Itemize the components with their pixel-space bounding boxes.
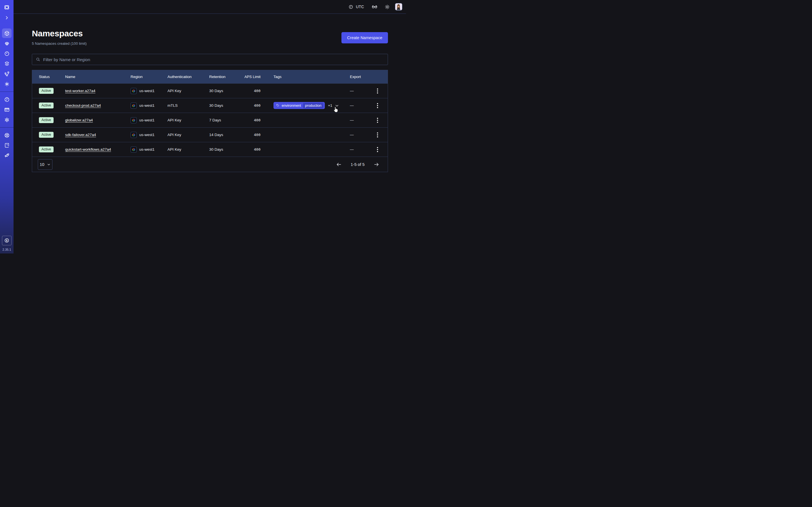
table-header: Status Name Region Authentication Retent…: [32, 70, 388, 83]
export-value: —: [350, 103, 354, 108]
app-version: 2.35.1: [3, 248, 11, 251]
namespace-link[interactable]: globalizer.a27a4: [65, 118, 93, 122]
tag-value: production: [303, 103, 323, 108]
sidebar-item-getting-started-rocket-icon[interactable]: [2, 151, 11, 161]
topbar: UTC: [13, 0, 406, 14]
col-name: Name: [65, 75, 131, 79]
col-aps-limit: APS Limit: [241, 75, 266, 79]
svg-text:$: $: [6, 239, 8, 242]
status-badge: Active: [39, 132, 54, 138]
sidebar-item-insights-radar-icon[interactable]: [2, 38, 11, 48]
status-badge: Active: [39, 147, 54, 152]
tag-pill[interactable]: environment production: [273, 102, 325, 109]
region-label: us-west1: [139, 118, 154, 122]
region-label: us-west1: [139, 147, 154, 152]
plan-dollar-badge-icon[interactable]: $: [2, 236, 11, 245]
page-size-value: 10: [40, 162, 45, 167]
sidebar-item-asterisk-icon[interactable]: [2, 79, 11, 89]
timezone-selector[interactable]: UTC: [349, 4, 364, 9]
temporal-logo[interactable]: [2, 3, 11, 12]
sidebar-expand-chevron-icon[interactable]: [2, 13, 11, 22]
status-badge: Active: [39, 117, 54, 123]
sidebar-item-history-timer-icon[interactable]: [2, 48, 11, 59]
tag-key: environment: [282, 104, 301, 108]
region-label: us-west1: [139, 89, 154, 93]
page-title: Namespaces: [32, 29, 83, 38]
gcp-region-icon: [131, 88, 137, 94]
retention-label: 30 Days: [209, 147, 241, 152]
sidebar-item-usage-gauge-icon[interactable]: [2, 94, 11, 105]
status-badge: Active: [39, 88, 54, 94]
namespace-link[interactable]: test-worker.a27a4: [65, 89, 95, 93]
sidebar-item-support-lifebuoy-icon[interactable]: [2, 130, 11, 140]
kebab-menu-icon[interactable]: [376, 131, 379, 138]
arrow-left-icon[interactable]: [336, 162, 342, 167]
tags-cell: environment production +1: [266, 102, 348, 109]
main-content: Namespaces 5 Namespaces created (100 lim…: [13, 14, 406, 253]
region-label: us-west1: [139, 103, 154, 108]
auth-label: API Key: [167, 133, 209, 137]
timezone-label: UTC: [356, 4, 364, 9]
filter-input[interactable]: [43, 57, 384, 62]
auth-label: API Key: [167, 89, 209, 93]
col-export: Export: [348, 75, 388, 79]
export-value: —: [350, 147, 354, 152]
table-row: Active globalizer.a27a4 us-west1 API Key…: [32, 113, 388, 127]
status-badge: Active: [39, 103, 54, 108]
sidebar-item-settings-gear-icon[interactable]: [2, 115, 11, 125]
table-row: Active checkout-prod.a27a4 us-west1 mTLS…: [32, 98, 388, 113]
tags-more-count: +1: [328, 103, 332, 108]
namespace-link[interactable]: quickstart-workflows.a27a4: [65, 147, 111, 152]
sidebar-item-layers-stack-icon[interactable]: [2, 59, 11, 69]
col-status: Status: [32, 75, 65, 79]
sidebar-item-billing-card-icon[interactable]: [2, 105, 11, 115]
sidebar-nav: [0, 28, 13, 161]
auth-label: API Key: [167, 118, 209, 122]
kebab-menu-icon[interactable]: [376, 102, 379, 109]
arrow-right-icon[interactable]: [373, 162, 379, 167]
table-row: Active test-worker.a27a4 us-west1 API Ke…: [32, 83, 388, 98]
avatar[interactable]: [395, 3, 402, 10]
search-icon: [36, 57, 40, 62]
chevron-down-icon[interactable]: [335, 104, 339, 108]
col-retention: Retention: [209, 75, 241, 79]
aps-limit-value: 400: [241, 133, 266, 137]
namespace-link[interactable]: sdk-failover.a27a4: [65, 133, 96, 137]
create-namespace-button[interactable]: Create Namespace: [342, 32, 388, 43]
page-size-select[interactable]: 10: [38, 159, 52, 170]
kebab-menu-icon[interactable]: [376, 117, 379, 124]
table-row: Active sdk-failover.a27a4 us-west1 API K…: [32, 127, 388, 142]
kebab-menu-icon[interactable]: [376, 87, 379, 95]
gcp-region-icon: [131, 117, 137, 123]
region-label: us-west1: [139, 133, 154, 137]
theme-sun-icon[interactable]: [385, 4, 390, 10]
retention-label: 14 Days: [209, 133, 241, 137]
col-region: Region: [131, 75, 167, 79]
sidebar-item-docs-book-icon[interactable]: [2, 140, 11, 151]
gcp-region-icon: [131, 147, 137, 153]
aps-limit-value: 400: [241, 89, 266, 93]
filter-bar[interactable]: [32, 54, 388, 65]
export-value: —: [350, 118, 354, 122]
auth-label: mTLS: [167, 103, 209, 108]
table-footer: 10 1-5 of 5: [32, 157, 388, 172]
namespaces-table: Status Name Region Authentication Retent…: [32, 70, 388, 172]
aps-limit-value: 400: [241, 147, 266, 152]
clock-icon: [349, 4, 353, 9]
sidebar-item-namespaces[interactable]: [2, 29, 11, 38]
tag-icon: [276, 104, 280, 107]
page-subtitle: 5 Namespaces created (100 limit): [32, 41, 87, 46]
pagination-range: 1-5 of 5: [351, 162, 364, 167]
pagination: 1-5 of 5: [336, 162, 379, 167]
kebab-menu-icon[interactable]: [376, 146, 379, 153]
sidebar: $ 2.35.1: [0, 0, 13, 253]
gcp-region-icon: [131, 132, 137, 138]
retention-label: 7 Days: [209, 118, 241, 122]
export-value: —: [350, 89, 354, 93]
chevron-down-icon: [47, 163, 50, 166]
sidebar-item-workflow-branch-icon[interactable]: [2, 69, 11, 79]
glasses-icon[interactable]: [371, 4, 378, 10]
retention-label: 30 Days: [209, 103, 241, 108]
retention-label: 30 Days: [209, 89, 241, 93]
namespace-link[interactable]: checkout-prod.a27a4: [65, 103, 101, 108]
